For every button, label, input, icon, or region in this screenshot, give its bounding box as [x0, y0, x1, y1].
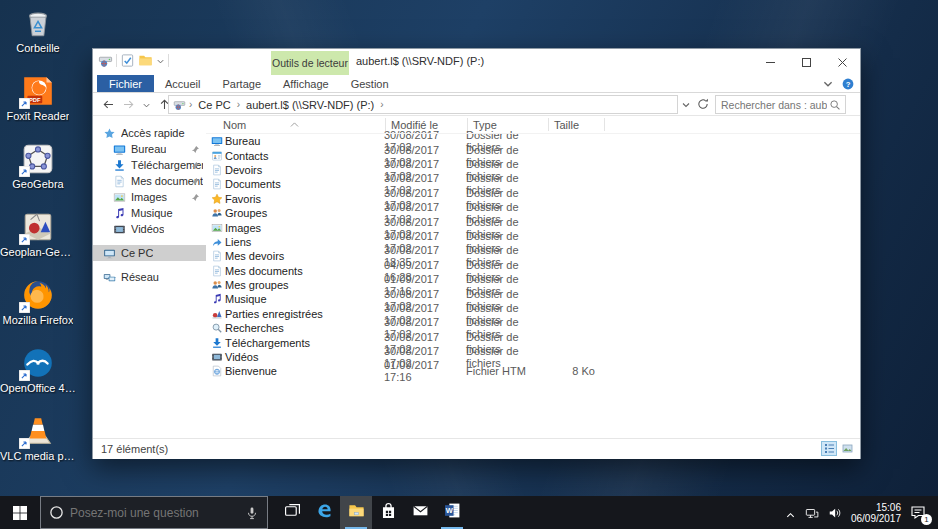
file-name: Images	[223, 222, 384, 234]
nav-item-label: Réseau	[121, 271, 159, 283]
file-size: 8 Ko	[547, 365, 598, 377]
svg-text:PDF: PDF	[29, 97, 41, 103]
details-view-button[interactable]	[821, 441, 837, 456]
properties-icon[interactable]	[120, 53, 135, 68]
nav-item-musique[interactable]: Musique	[93, 205, 206, 221]
desktop-shortcut-openoffice[interactable]: OpenOffice 4.1.2	[0, 346, 76, 408]
shortcut-arrow-icon	[19, 302, 30, 313]
large-icons-view-button[interactable]	[839, 441, 855, 456]
ribbon-tab-gestion[interactable]: Gestion	[340, 75, 400, 92]
status-bar: 17 élément(s)	[93, 438, 860, 459]
svg-text:?: ?	[846, 80, 851, 89]
ribbon-tab-affichage[interactable]: Affichage	[272, 75, 340, 92]
app-glyph	[284, 502, 301, 523]
qat-customize-icon[interactable]	[156, 56, 165, 65]
new-folder-icon[interactable]	[138, 53, 153, 68]
nav-item-r-seau[interactable]: Réseau	[93, 269, 206, 285]
nav-item-mes-documents[interactable]: Mes documents	[93, 173, 206, 189]
file-type-icon	[211, 322, 223, 334]
app-glyph	[316, 502, 333, 523]
tray-expand-icon[interactable]	[785, 507, 796, 518]
minimize-button[interactable]	[752, 49, 788, 75]
nav-item-bureau[interactable]: Bureau	[93, 141, 206, 157]
file-row[interactable]: Bienvenue 01/09/2017 17:16 Fichier HTM 8…	[206, 364, 860, 378]
address-dropdown-icon[interactable]	[681, 100, 691, 110]
nav-item-icon	[113, 159, 126, 172]
search-input[interactable]	[716, 99, 829, 111]
maximize-button[interactable]	[788, 49, 824, 75]
ribbon-expand-icon[interactable]	[822, 78, 834, 90]
taskbar-app-task-view[interactable]	[276, 496, 308, 529]
column-header-taille[interactable]: Taille	[549, 116, 605, 133]
cortana-search[interactable]	[40, 496, 268, 529]
desktop-shortcut-foxit[interactable]: PDF Foxit Reader	[0, 74, 76, 136]
desktop-shortcut-recycle[interactable]: Corbeille	[0, 6, 76, 68]
file-row[interactable]: Vidéos 30/08/2017 17:02 Dossier de fichi…	[206, 350, 860, 364]
nav-item-label: Musique	[131, 207, 173, 219]
file-name: Documents	[223, 178, 384, 190]
nav-item-label: Bureau	[131, 143, 166, 155]
file-type: Fichier HTM	[466, 365, 547, 377]
desktop-shortcut-label: Corbeille	[16, 42, 59, 54]
address-box[interactable]: › Ce PC › aubert.l$ (\\SRV-NDF) (P:) ›	[168, 95, 678, 114]
explorer-main: Accès rapide Bureau Téléchargements Mes …	[93, 116, 860, 438]
desktop-icon-column: Corbeille PDF Foxit Reader GeoGebra Geop…	[0, 6, 76, 482]
title-bar[interactable]: Outils de lecteur aubert.l$ (\\SRV-NDF) …	[93, 49, 860, 75]
nav-item-ce-pc[interactable]: Ce PC	[93, 245, 206, 261]
volume-icon[interactable]	[828, 506, 842, 520]
taskbar-app-edge[interactable]	[308, 496, 340, 529]
nav-item-icon	[113, 191, 126, 204]
taskbar-search-input[interactable]	[70, 506, 245, 520]
file-name: Musique	[223, 293, 384, 305]
desktop-shortcut-firefox[interactable]: Mozilla Firefox	[0, 278, 76, 340]
file-name: Contacts	[223, 150, 384, 162]
action-center-button[interactable]: 1	[910, 504, 928, 522]
column-header-modifi-le[interactable]: Modifié le	[386, 116, 468, 133]
taskbar-app-word[interactable]: W	[436, 496, 468, 529]
contextual-tab-group-label: Outils de lecteur	[271, 51, 349, 75]
nav-item-t-l-chargements[interactable]: Téléchargements	[93, 157, 206, 173]
breadcrumb-drive[interactable]: aubert.l$ (\\SRV-NDF) (P:)	[243, 99, 377, 111]
desktop-shortcut-geogebra[interactable]: GeoGebra	[0, 142, 76, 204]
desktop-shortcut-label: Foxit Reader	[7, 110, 70, 122]
search-icon[interactable]	[829, 99, 841, 111]
ribbon-tab-partage[interactable]: Partage	[211, 75, 272, 92]
breadcrumb-this-pc[interactable]: Ce PC	[195, 99, 233, 111]
nav-item-acc-s-rapide[interactable]: Accès rapide	[93, 125, 206, 141]
ribbon-tab-accueil[interactable]: Accueil	[154, 75, 211, 92]
desktop-shortcut-label: Mozilla Firefox	[3, 314, 74, 326]
microphone-icon[interactable]	[245, 506, 259, 520]
taskbar-app-store[interactable]	[372, 496, 404, 529]
back-icon[interactable]	[102, 98, 115, 111]
network-drive-icon[interactable]	[98, 53, 113, 68]
shortcut-arrow-icon	[19, 234, 30, 245]
desktop-shortcut-geoplan[interactable]: Geoplan-Geos...	[0, 210, 76, 272]
column-header-type[interactable]: Type	[468, 116, 549, 133]
clock[interactable]: 15:06 06/09/2017	[851, 502, 901, 524]
taskbar-app-file-explorer[interactable]	[340, 496, 372, 529]
forward-icon[interactable]	[122, 98, 135, 111]
file-list-area: Nom Modifié le Type Taille	[206, 116, 860, 438]
crumb-separator[interactable]: ›	[380, 99, 383, 110]
crumb-separator[interactable]: ›	[237, 99, 240, 110]
nav-item-label: Ce PC	[121, 247, 153, 259]
desktop-shortcut-vlc[interactable]: VLC media player	[0, 414, 76, 476]
refresh-icon[interactable]	[696, 97, 710, 111]
nav-item-vid-os[interactable]: Vidéos	[93, 221, 206, 237]
nav-item-icon	[113, 207, 126, 220]
app-icon	[21, 6, 55, 40]
start-button[interactable]	[0, 496, 40, 529]
ribbon-tab-fichier[interactable]: Fichier	[97, 75, 154, 92]
network-status-icon[interactable]	[805, 506, 819, 520]
close-button[interactable]	[824, 49, 860, 75]
divider	[168, 54, 169, 67]
help-icon[interactable]: ?	[842, 78, 854, 90]
file-type-icon	[211, 279, 223, 291]
cortana-icon	[49, 505, 64, 520]
nav-item-images[interactable]: Images	[93, 189, 206, 205]
recent-locations-icon[interactable]	[142, 100, 151, 109]
column-header-nom[interactable]: Nom	[206, 116, 386, 133]
taskbar-app-mail[interactable]	[404, 496, 436, 529]
column-separator[interactable]	[604, 118, 605, 131]
window-title: aubert.l$ (\\SRV-NDF) (P:)	[356, 55, 484, 67]
